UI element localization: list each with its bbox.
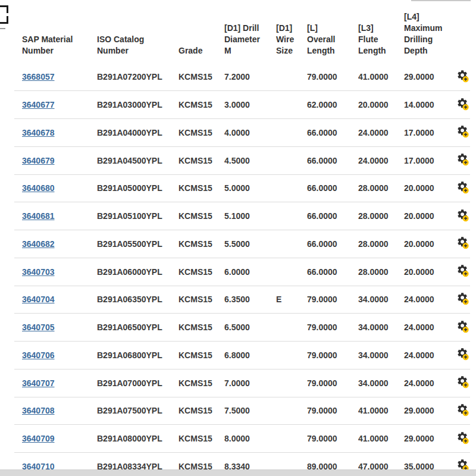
flute-length-cell: 24.0000 (358, 146, 404, 174)
table-row: 3640706 B291A06800YPL KCMS15 6.8000 79.0… (14, 342, 470, 369)
gear-plus-icon[interactable] (456, 98, 469, 111)
clipped-viewfinder-icon (0, 5, 8, 13)
sap-material-link[interactable]: 3640681 (22, 211, 55, 221)
grade-cell: KCMS15 (178, 258, 224, 286)
row-actions-cell (455, 314, 470, 342)
max-drilling-depth-cell: 29.0000 (404, 425, 455, 453)
flute-length-cell: 20.0000 (358, 91, 404, 119)
row-actions-cell (455, 91, 470, 119)
col-header-sap-material-number: SAP Material Number (14, 0, 97, 63)
max-drilling-depth-cell: 14.0000 (404, 91, 455, 119)
grade-cell: KCMS15 (178, 342, 224, 369)
sap-material-link[interactable]: 3640682 (22, 239, 55, 249)
row-actions-cell (455, 286, 470, 314)
max-drilling-depth-cell: 20.0000 (404, 258, 455, 286)
table-row: 3640678 B291A04000YPL KCMS15 4.0000 66.0… (14, 119, 470, 147)
sap-material-link[interactable]: 3640703 (22, 267, 55, 277)
gear-plus-icon[interactable] (456, 125, 469, 138)
sap-material-link[interactable]: 3640678 (22, 128, 55, 137)
max-drilling-depth-cell: 20.0000 (404, 174, 455, 202)
wire-size-cell (276, 258, 307, 286)
flute-length-cell: 28.0000 (358, 174, 404, 202)
gear-plus-icon[interactable] (456, 209, 469, 222)
max-drilling-depth-cell: 24.0000 (404, 286, 455, 314)
wire-size-cell (276, 230, 307, 258)
sap-material-link[interactable]: 3640707 (22, 378, 55, 388)
overall-length-cell: 62.0000 (307, 91, 358, 119)
wire-size-cell (276, 425, 307, 453)
iso-catalog-cell: B291A06000YPL (97, 258, 178, 286)
sap-material-cell: 3640705 (14, 314, 97, 342)
grade-cell: KCMS15 (178, 286, 224, 314)
sap-material-cell: 3640682 (14, 230, 97, 258)
gear-plus-icon[interactable] (456, 347, 469, 361)
overall-length-cell: 66.0000 (307, 174, 358, 202)
table-row: 3640707 B291A07000YPL KCMS15 7.0000 79.0… (14, 369, 470, 397)
overall-length-cell: 66.0000 (307, 146, 358, 174)
col-header-max-drilling-depth: [L4] Maximum Drilling Depth (404, 0, 455, 63)
iso-catalog-cell: B291A07200YPL (97, 63, 178, 91)
sap-material-link[interactable]: 3640709 (22, 434, 55, 443)
sap-material-link[interactable]: 3640705 (22, 322, 55, 332)
clipped-viewfinder-icon (0, 16, 8, 24)
drill-diameter-cell: 7.5000 (224, 397, 276, 425)
overall-length-cell: 79.0000 (307, 63, 358, 91)
col-header-iso-catalog-number: ISO Catalog Number (97, 0, 178, 63)
product-table: SAP Material Number ISO Catalog Number G… (14, 0, 470, 476)
grade-cell: KCMS15 (178, 425, 224, 453)
row-actions-cell (455, 230, 470, 258)
row-actions-cell (455, 174, 470, 202)
flute-length-cell: 28.0000 (358, 258, 404, 286)
gear-plus-icon[interactable] (456, 264, 469, 277)
gear-plus-icon[interactable] (456, 375, 469, 389)
wire-size-cell (276, 119, 307, 147)
col-header-grade: Grade (178, 0, 224, 63)
gear-plus-icon[interactable] (456, 431, 469, 444)
gear-plus-icon[interactable] (456, 236, 469, 249)
drill-diameter-cell: 6.0000 (224, 258, 276, 286)
gear-plus-icon[interactable] (456, 292, 469, 305)
row-actions-cell (455, 63, 470, 91)
table-body: 3668057 B291A07200YPL KCMS15 7.2000 79.0… (14, 63, 470, 476)
gear-plus-icon[interactable] (456, 181, 469, 194)
drill-diameter-cell: 5.1000 (224, 202, 276, 230)
iso-catalog-cell: B291A07500YPL (97, 397, 178, 425)
sap-material-link[interactable]: 3668057 (22, 72, 55, 82)
sap-material-link[interactable]: 3640680 (22, 183, 55, 193)
overall-length-cell: 66.0000 (307, 202, 358, 230)
overall-length-cell: 79.0000 (307, 286, 358, 314)
sap-material-link[interactable]: 3640679 (22, 156, 55, 165)
table-row: 3640677 B291A03000YPL KCMS15 3.0000 62.0… (14, 91, 470, 119)
drill-diameter-cell: 6.5000 (224, 314, 276, 342)
drill-diameter-cell: 7.2000 (224, 63, 276, 91)
sap-material-link[interactable]: 3640708 (22, 406, 55, 415)
sap-material-cell: 3640678 (14, 119, 97, 147)
flute-length-cell: 28.0000 (358, 230, 404, 258)
sap-material-link[interactable]: 3640704 (22, 295, 55, 304)
table-row: 3640708 B291A07500YPL KCMS15 7.5000 79.0… (14, 397, 470, 425)
col-header-overall-length: [L] Overall Length (307, 0, 358, 63)
max-drilling-depth-cell: 24.0000 (404, 369, 455, 397)
col-header-wire-size: [D1] Wire Size (276, 0, 307, 63)
wire-size-cell (276, 63, 307, 91)
table-row: 3668057 B291A07200YPL KCMS15 7.2000 79.0… (14, 63, 470, 91)
drill-diameter-cell: 6.8000 (224, 342, 276, 369)
sap-material-link[interactable]: 3640706 (22, 350, 55, 360)
sap-material-cell: 3640679 (14, 146, 97, 174)
drill-diameter-cell: 6.3500 (224, 286, 276, 314)
gear-plus-icon[interactable] (456, 320, 469, 333)
overall-length-cell: 79.0000 (307, 425, 358, 453)
wire-size-cell (276, 146, 307, 174)
overall-length-cell: 66.0000 (307, 258, 358, 286)
sap-material-cell: 3640681 (14, 202, 97, 230)
sap-material-link[interactable]: 3640677 (22, 100, 55, 109)
iso-catalog-cell: B291A06500YPL (97, 314, 178, 342)
gear-plus-icon[interactable] (456, 403, 469, 416)
iso-catalog-cell: B291A05100YPL (97, 202, 178, 230)
grade-cell: KCMS15 (178, 119, 224, 147)
wire-size-cell (276, 397, 307, 425)
grade-cell: KCMS15 (178, 202, 224, 230)
flute-length-cell: 34.0000 (358, 314, 404, 342)
gear-plus-icon[interactable] (456, 70, 469, 83)
gear-plus-icon[interactable] (456, 153, 469, 166)
